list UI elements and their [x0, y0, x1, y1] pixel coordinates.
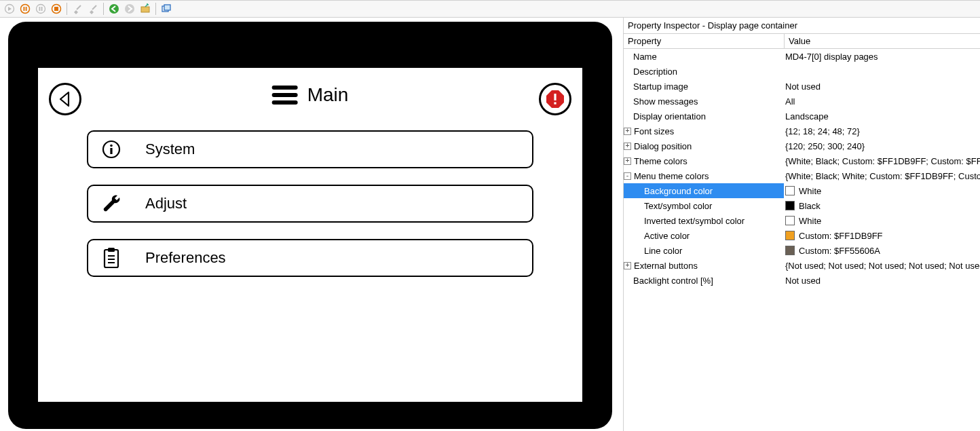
property-row[interactable]: Display orientationLandscape	[624, 109, 980, 124]
toolbar-folder-button[interactable]	[138, 2, 152, 16]
screen-title: Main	[307, 84, 349, 106]
expand-icon[interactable]: +	[624, 262, 631, 269]
property-value: {12; 18; 24; 48; 72}	[785, 126, 860, 136]
screen-title-wrap: Main	[272, 84, 349, 106]
expand-icon[interactable]: +	[624, 128, 631, 135]
device-screen: Main	[38, 68, 582, 402]
app-toolbar	[0, 0, 980, 18]
hamburger-icon	[272, 86, 298, 105]
menu-list: System Adjust Preferences	[38, 124, 582, 277]
svg-point-4	[37, 5, 45, 14]
toolbar-back-button[interactable]	[107, 2, 121, 16]
menu-item-label: Preferences	[145, 249, 226, 267]
property-value: Not used	[785, 81, 821, 92]
property-row[interactable]: Backlight control [%]Not used	[624, 273, 980, 288]
alert-icon	[545, 89, 565, 109]
property-label: Show messages	[633, 96, 698, 107]
clipboard-icon	[100, 247, 122, 269]
property-row[interactable]: NameMD4-7[0] display pages	[624, 49, 980, 64]
property-row[interactable]: +External buttons{Not used; Not used; No…	[624, 258, 980, 273]
info-icon	[100, 138, 122, 160]
property-row[interactable]: Show messagesAll	[624, 94, 980, 109]
property-row[interactable]: +Theme colors{White; Black; Custom: $FF1…	[624, 153, 980, 168]
property-grid: Property Value NameMD4-7[0] display page…	[624, 33, 980, 288]
property-label: Theme colors	[634, 156, 687, 166]
property-row[interactable]: Description	[624, 64, 980, 79]
screen-alert-button[interactable]	[539, 83, 571, 115]
property-value: Not used	[785, 276, 821, 286]
svg-rect-2	[24, 7, 25, 11]
toolbar-separator	[155, 3, 156, 15]
menu-item-adjust[interactable]: Adjust	[87, 185, 533, 223]
property-value: White	[799, 216, 821, 226]
property-label: Text/symbol color	[644, 201, 712, 211]
svg-rect-13	[164, 5, 170, 10]
menu-item-label: Adjust	[145, 195, 187, 212]
toolbar-pause-orange-button[interactable]	[18, 2, 32, 16]
toolbar-brush1-button[interactable]	[71, 2, 84, 16]
expand-icon[interactable]: +	[624, 143, 631, 150]
property-row[interactable]: +Dialog position{120; 250; 300; 240}	[624, 138, 980, 153]
property-row[interactable]: +Font sizes{12; 18; 24; 48; 72}	[624, 124, 980, 138]
color-swatch	[785, 186, 795, 195]
svg-rect-21	[108, 248, 115, 252]
property-row[interactable]: Line colorCustom: $FF55606A	[624, 243, 980, 258]
property-row[interactable]: Active colorCustom: $FF1DB9FF	[624, 228, 980, 243]
property-label: Font sizes	[634, 126, 674, 136]
svg-rect-6	[41, 7, 43, 11]
property-row[interactable]: Text/symbol colorBlack	[624, 198, 980, 213]
property-value: {White; Black; Custom: $FF1DB9FF; Custom…	[785, 156, 980, 166]
property-row[interactable]: Startup imageNot used	[624, 79, 980, 94]
property-value: White	[799, 186, 821, 196]
property-label: Active color	[644, 231, 690, 241]
property-row[interactable]: -Menu theme colors{White; Black; White; …	[624, 168, 980, 183]
toolbar-brush2-button[interactable]	[86, 2, 100, 16]
property-label: Description	[633, 67, 677, 77]
toolbar-forward-button[interactable]	[123, 2, 136, 16]
property-label: Backlight control [%]	[633, 276, 713, 286]
property-label: Inverted text/symbol color	[644, 216, 745, 226]
toolbar-stop-button[interactable]	[50, 2, 63, 16]
property-grid-header: Property Value	[624, 34, 980, 49]
property-value: {Not used; Not used; Not used; Not used;…	[785, 261, 980, 271]
svg-point-1	[21, 5, 30, 14]
property-label: Line color	[644, 246, 682, 256]
property-inspector-panel: Property Inspector - Display page contai…	[623, 18, 980, 431]
header-property[interactable]: Property	[624, 34, 784, 48]
svg-point-10	[125, 4, 134, 14]
wrench-icon	[100, 193, 122, 214]
property-label: Background color	[644, 186, 713, 196]
back-triangle-icon	[58, 91, 72, 107]
property-value: All	[785, 96, 795, 107]
toolbar-pause-grey-button[interactable]	[34, 2, 48, 16]
screen-back-button[interactable]	[49, 83, 81, 115]
menu-item-system[interactable]: System	[87, 130, 533, 168]
property-label: Display orientation	[633, 111, 706, 121]
expand-icon[interactable]: +	[624, 157, 631, 165]
property-label: Dialog position	[634, 141, 692, 151]
toolbar-play-button[interactable]	[3, 2, 16, 16]
property-value: {White; Black; White; Custom: $FF1DB9FF;…	[785, 171, 980, 181]
svg-rect-8	[54, 7, 58, 11]
color-swatch	[785, 201, 795, 210]
property-value: MD4-7[0] display pages	[785, 52, 878, 62]
property-row[interactable]: Background colorWhite	[624, 183, 980, 198]
toolbar-separator	[67, 3, 67, 15]
property-label: Name	[633, 52, 657, 62]
header-value[interactable]: Value	[784, 34, 980, 48]
property-grid-body: NameMD4-7[0] display pagesDescriptionSta…	[624, 49, 980, 288]
property-value: {120; 250; 300; 240}	[785, 141, 865, 151]
menu-item-preferences[interactable]: Preferences	[87, 239, 533, 277]
svg-rect-15	[554, 94, 556, 100]
color-swatch	[785, 231, 795, 240]
svg-point-18	[110, 145, 113, 147]
inspector-title: Property Inspector - Display page contai…	[624, 18, 980, 33]
svg-rect-16	[554, 102, 556, 105]
svg-rect-19	[110, 148, 112, 154]
collapse-icon[interactable]: -	[624, 172, 631, 180]
svg-rect-3	[26, 7, 27, 11]
property-row[interactable]: Inverted text/symbol colorWhite	[624, 213, 980, 228]
toolbar-windows-button[interactable]	[159, 2, 173, 16]
property-label: External buttons	[634, 261, 698, 271]
menu-item-label: System	[145, 140, 195, 158]
